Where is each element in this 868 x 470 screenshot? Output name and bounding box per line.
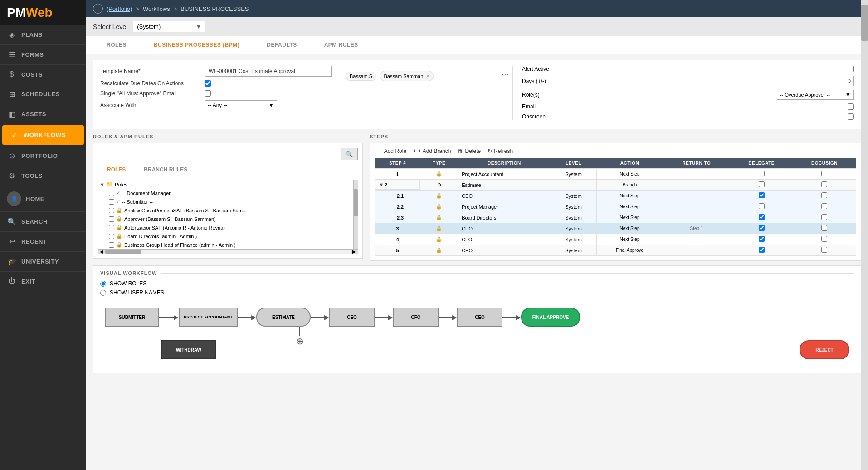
add-branch-button[interactable]: + + Add Branch — [413, 148, 451, 154]
sidebar-item-plans[interactable]: ◈ PLANS — [0, 25, 86, 45]
vertical-scrollbar[interactable] — [861, 0, 868, 470]
list-item[interactable]: ✓ -- Submitter -- — [107, 197, 353, 206]
table-row[interactable]: ▼2 ⊕ Estimate Branch — [375, 180, 856, 191]
list-item[interactable]: ✓ -- Document Manager -- — [107, 189, 353, 197]
list-item[interactable]: 🔒 Approver (Bassam.S - Bassam Samman) — [107, 215, 353, 223]
scroll-right-icon[interactable]: ▶ — [351, 249, 358, 254]
sidebar-item-workflows[interactable]: ✓ WORKFLOWS — [2, 125, 84, 145]
docusign-checkbox[interactable] — [821, 247, 827, 253]
expand-icon[interactable]: ▼ — [379, 182, 384, 187]
show-user-names-radio[interactable] — [100, 290, 106, 296]
docusign-checkbox[interactable] — [821, 171, 827, 176]
tab-bpm[interactable]: BUSINESS PROCESSES (BPM) — [140, 36, 253, 54]
docusign-checkbox[interactable] — [821, 181, 827, 187]
roles-tab-branch-rules[interactable]: BRANCH RULES — [135, 164, 196, 176]
step-docusign[interactable] — [793, 201, 856, 212]
sidebar-item-exit[interactable]: ⏻ EXIT — [0, 272, 86, 291]
tree-checkbox[interactable] — [109, 191, 114, 196]
sidebar-item-schedules[interactable]: ⊞ SCHEDULES — [0, 84, 86, 104]
portfolio-link[interactable]: (Portfolio) — [107, 5, 132, 12]
step-docusign[interactable] — [793, 223, 856, 234]
days-input[interactable] — [827, 76, 854, 86]
refresh-button[interactable]: ↻ Refresh — [488, 148, 513, 154]
table-row[interactable]: 2.3 🔒 Board Directors System Next Step — [375, 212, 856, 223]
sidebar-item-portfolio[interactable]: ⊙ PORTFOLIO — [0, 146, 86, 166]
step-delegate[interactable] — [730, 180, 793, 191]
step-delegate[interactable] — [730, 245, 793, 256]
list-item[interactable]: 🔒 Board Directors (admin - Admin ) — [107, 232, 353, 240]
table-row[interactable]: 5 🔒 CEO System Final Approve — [375, 245, 856, 256]
delegate-checkbox[interactable] — [759, 225, 765, 231]
delete-button[interactable]: 🗑 Delete — [458, 148, 481, 154]
sidebar-item-assets[interactable]: ◧ ASSETS — [0, 104, 86, 124]
recalculate-checkbox[interactable] — [205, 80, 211, 87]
step-docusign[interactable] — [793, 212, 856, 223]
single-email-checkbox[interactable] — [205, 90, 211, 97]
tree-checkbox[interactable] — [109, 199, 114, 205]
delegate-checkbox[interactable] — [759, 236, 765, 242]
roles-tab-roles[interactable]: ROLES — [98, 164, 135, 176]
step-delegate[interactable] — [730, 234, 793, 245]
roles-dropdown[interactable]: -- Overdue Approver -- ▼ — [777, 90, 854, 100]
step-delegate[interactable] — [730, 169, 793, 180]
docusign-checkbox[interactable] — [821, 225, 827, 231]
add-role-button[interactable]: + + Add Role — [375, 148, 406, 154]
template-name-input[interactable] — [205, 66, 332, 77]
delegate-checkbox[interactable] — [759, 192, 765, 198]
sidebar-item-tools[interactable]: ⚙ TOOLS — [0, 166, 86, 186]
scroll-left-icon[interactable]: ◀ — [98, 249, 105, 254]
sidebar-item-costs[interactable]: $ COSTS — [0, 65, 86, 84]
scroll-bar[interactable] — [353, 180, 358, 249]
sidebar-item-recent[interactable]: ↩ RECENT — [0, 232, 86, 252]
tree-checkbox[interactable] — [109, 216, 114, 222]
tree-checkbox[interactable] — [109, 208, 114, 213]
more-options-icon[interactable]: ⋯ — [502, 70, 509, 78]
list-item[interactable]: 🔒 AutorizacionSAF (Antonio.R - Antonio R… — [107, 223, 353, 232]
delegate-checkbox[interactable] — [759, 171, 765, 176]
table-row[interactable]: 4 🔒 CFO System Next Step — [375, 234, 856, 245]
delegate-checkbox[interactable] — [759, 203, 765, 209]
docusign-checkbox[interactable] — [821, 236, 827, 242]
tab-roles[interactable]: ROLES — [93, 36, 140, 54]
delegate-checkbox[interactable] — [759, 181, 765, 187]
list-item[interactable]: 🔒 Business Group Head of Finance (admin … — [107, 240, 353, 249]
list-item[interactable]: 🔒 AnalisisGastoPermisoSAF (Bassam.S - Ba… — [107, 206, 353, 215]
step-docusign[interactable] — [793, 180, 856, 191]
step-docusign[interactable] — [793, 245, 856, 256]
onscreen-checkbox[interactable] — [848, 113, 854, 120]
roles-search-input[interactable] — [98, 148, 338, 160]
horizontal-scrollbar[interactable]: ◀ ▶ — [98, 249, 358, 254]
step-delegate[interactable] — [730, 212, 793, 223]
roles-search-button[interactable]: 🔍 — [341, 148, 358, 160]
alert-active-checkbox[interactable] — [848, 66, 854, 72]
table-row[interactable]: 3 🔒 CEO System Next Step Step 1 — [375, 223, 856, 234]
docusign-checkbox[interactable] — [821, 214, 827, 220]
show-roles-radio[interactable] — [100, 281, 106, 287]
delegate-checkbox[interactable] — [759, 214, 765, 220]
email-checkbox[interactable] — [848, 103, 854, 110]
sidebar-item-home[interactable]: 👤 HOME — [0, 186, 86, 212]
sidebar-item-university[interactable]: 🎓 UNIVERSITY — [0, 252, 86, 272]
select-level-dropdown[interactable]: (System) ▼ — [133, 21, 205, 32]
tree-checkbox[interactable] — [109, 234, 114, 239]
step-delegate[interactable] — [730, 201, 793, 212]
delegate-checkbox[interactable] — [759, 247, 765, 253]
tree-checkbox[interactable] — [109, 242, 114, 248]
sidebar-item-search[interactable]: 🔍 SEARCH — [0, 212, 86, 232]
associate-dropdown[interactable]: -- Any -- ▼ — [205, 100, 277, 110]
tags-area[interactable]: ⋯ Bassam.S Bassam Samman × — [341, 66, 513, 120]
table-row[interactable]: 1 🔒 Project Accountant System Next Step — [375, 169, 856, 180]
tag-remove-icon[interactable]: × — [426, 73, 429, 79]
docusign-checkbox[interactable] — [821, 203, 827, 209]
tab-apm-rules[interactable]: APM RULES — [311, 36, 372, 54]
tab-defaults[interactable]: DEFAULTS — [253, 36, 310, 54]
step-docusign[interactable] — [793, 191, 856, 201]
step-delegate[interactable] — [730, 191, 793, 201]
docusign-checkbox[interactable] — [821, 192, 827, 198]
table-row[interactable]: 2.1 🔒 CEO System Next Step — [375, 191, 856, 201]
sidebar-item-forms[interactable]: ☰ FORMS — [0, 45, 86, 65]
info-icon[interactable]: i — [93, 4, 103, 14]
step-delegate[interactable] — [730, 223, 793, 234]
tree-checkbox[interactable] — [109, 225, 114, 230]
step-docusign[interactable] — [793, 234, 856, 245]
